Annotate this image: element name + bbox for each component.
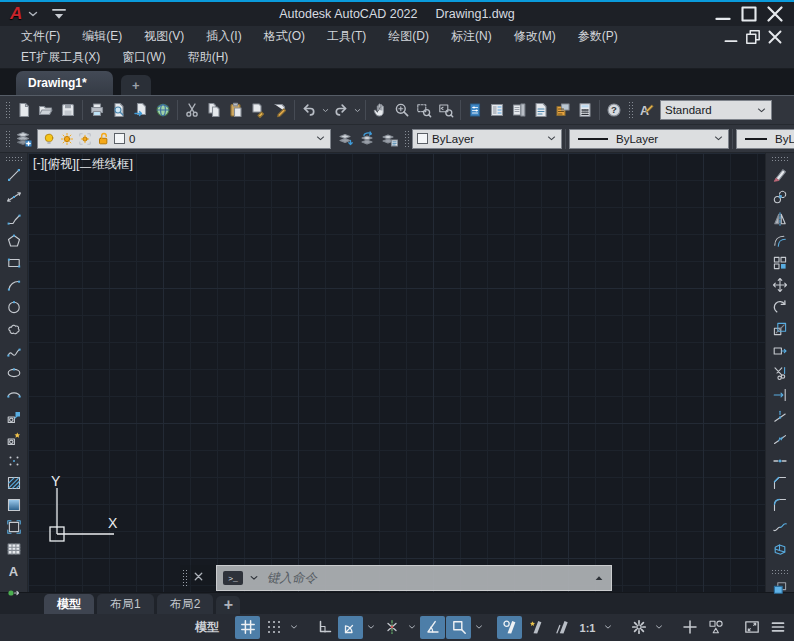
table-button[interactable] (2, 538, 26, 560)
move-button[interactable] (768, 274, 792, 296)
menu-edit[interactable]: 编辑(E) (71, 26, 133, 47)
customization-button[interactable] (765, 616, 790, 639)
toolbar-grip[interactable] (5, 130, 10, 148)
layer-dropdown[interactable]: 0 (37, 129, 331, 149)
clean-screen-button[interactable] (739, 616, 764, 639)
toolbar-grip[interactable] (404, 130, 409, 148)
scale-button[interactable] (768, 318, 792, 340)
snap-mode-button[interactable] (261, 616, 286, 639)
object-snap-dropdown[interactable] (472, 616, 486, 639)
ellipse-button[interactable] (2, 362, 26, 384)
undo-dropdown[interactable] (320, 98, 330, 122)
menu-parametric[interactable]: 参数(P) (567, 26, 629, 47)
insert-block-button[interactable] (2, 406, 26, 428)
hatch-button[interactable] (2, 472, 26, 494)
menu-window[interactable]: 窗口(W) (111, 47, 176, 68)
command-line-grip[interactable] (182, 569, 187, 587)
crosshair-plus-button[interactable] (677, 616, 702, 639)
menu-tools[interactable]: 工具(T) (316, 26, 377, 47)
arc-button[interactable] (2, 274, 26, 296)
layer-freeze-viewport-icon[interactable] (78, 132, 92, 146)
maximize-button[interactable] (736, 4, 762, 24)
command-close-icon[interactable] (192, 569, 205, 587)
doc-restore-button[interactable] (742, 29, 764, 45)
draw-order-button[interactable] (768, 577, 792, 599)
properties-button[interactable] (464, 98, 486, 122)
autocad-logo[interactable]: A (0, 4, 26, 24)
fillet-button[interactable] (768, 494, 792, 516)
make-layer-current-button[interactable] (335, 127, 357, 151)
chamfer-button[interactable] (768, 472, 792, 494)
object-snap-button[interactable] (446, 616, 471, 639)
design-center-button[interactable] (486, 98, 508, 122)
model-tab[interactable]: 模型 (44, 594, 94, 614)
minimize-button[interactable] (710, 4, 736, 24)
menu-insert[interactable]: 插入(I) (195, 26, 252, 47)
join-button[interactable] (768, 450, 792, 472)
cut-button[interactable] (181, 98, 203, 122)
workspace-dropdown[interactable] (652, 616, 666, 639)
copy-clip-button[interactable] (203, 98, 225, 122)
new-drawing-tab-button[interactable]: + (121, 75, 151, 95)
redo-button[interactable] (330, 98, 352, 122)
isometric-drafting-button[interactable] (420, 616, 445, 639)
save-button[interactable] (57, 98, 79, 122)
command-history-up-icon[interactable] (593, 572, 605, 584)
break-at-point-button[interactable] (768, 406, 792, 428)
lineweight-dropdown[interactable]: ByLayer (736, 129, 794, 149)
offset-button[interactable] (768, 230, 792, 252)
layer-thaw-sun-icon[interactable] (60, 132, 74, 146)
tool-palettes-button[interactable] (508, 98, 530, 122)
extend-button[interactable] (768, 384, 792, 406)
open-button[interactable] (35, 98, 57, 122)
layer-states-button[interactable] (379, 127, 401, 151)
blend-curves-button[interactable] (768, 516, 792, 538)
rotate-button[interactable] (768, 296, 792, 318)
view-control[interactable]: [俯视] (44, 156, 76, 173)
viewport-control-minus[interactable]: [-] (33, 156, 44, 173)
redo-dropdown[interactable] (352, 98, 362, 122)
publish-button[interactable] (130, 98, 152, 122)
array-button[interactable] (768, 252, 792, 274)
layer-unlock-icon[interactable] (96, 132, 110, 146)
paste-button[interactable] (225, 98, 247, 122)
workspace-button[interactable] (626, 616, 651, 639)
new-layout-button[interactable]: + (216, 596, 240, 614)
menu-file[interactable]: 文件(F) (10, 26, 71, 47)
ucs-icon[interactable]: Y X (36, 476, 151, 556)
circle-button[interactable] (2, 296, 26, 318)
quick-access-customize-icon[interactable] (48, 5, 70, 23)
spline-button[interactable] (2, 340, 26, 362)
line-button[interactable] (2, 164, 26, 186)
file-tab-drawing1[interactable]: Drawing1* (16, 71, 113, 95)
annotation-scale-dropdown[interactable] (601, 616, 615, 639)
layout2-tab[interactable]: 布局2 (157, 594, 214, 614)
break-button[interactable] (768, 428, 792, 450)
menu-dimension[interactable]: 标注(N) (440, 26, 503, 47)
erase-button[interactable] (768, 164, 792, 186)
multiline-text-button[interactable]: A (2, 560, 26, 582)
redline-button[interactable] (269, 98, 291, 122)
annotation-scale-value[interactable]: 1:1 (575, 616, 600, 639)
polar-tracking-dropdown[interactable] (364, 616, 378, 639)
model-space-button[interactable]: 模型 (190, 616, 224, 639)
color-dropdown[interactable]: ByLayer (412, 129, 562, 149)
rectangle-button[interactable] (2, 252, 26, 274)
drawing-canvas[interactable]: [-] [俯视] [二维线框] Y X (28, 153, 765, 592)
grid-display-button[interactable] (235, 616, 260, 639)
menu-view[interactable]: 视图(V) (133, 26, 195, 47)
linetype-dropdown[interactable]: ByLayer (569, 129, 729, 149)
stretch-button[interactable] (768, 340, 792, 362)
undo-button[interactable] (298, 98, 320, 122)
mirror-button[interactable] (768, 208, 792, 230)
trim-button[interactable] (768, 362, 792, 384)
layer-properties-button[interactable] (13, 127, 35, 151)
menu-help[interactable]: 帮助(H) (177, 47, 240, 68)
layer-color-swatch[interactable] (114, 133, 125, 144)
annotation-scale-button[interactable] (549, 616, 574, 639)
pan-button[interactable] (369, 98, 391, 122)
gradient-button[interactable] (2, 494, 26, 516)
doc-close-button[interactable] (764, 29, 786, 45)
revision-cloud-button[interactable] (2, 318, 26, 340)
web-button[interactable] (152, 98, 174, 122)
